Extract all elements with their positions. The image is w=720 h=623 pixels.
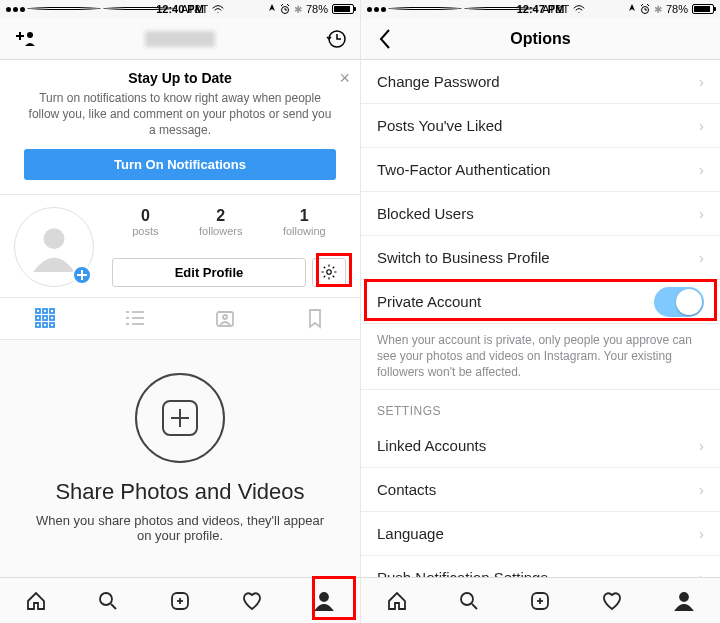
svg-rect-6 (43, 309, 47, 313)
svg-rect-5 (36, 309, 40, 313)
signal-dots-icon (367, 7, 538, 12)
stat-following[interactable]: 1 following (283, 207, 326, 237)
option-blocked-users[interactable]: Blocked Users › (361, 192, 720, 236)
svg-point-29 (461, 593, 473, 605)
empty-state-icon (135, 373, 225, 463)
empty-state: Share Photos and Videos When you share p… (0, 340, 360, 577)
svg-rect-10 (50, 316, 54, 320)
svg-rect-11 (36, 323, 40, 327)
option-two-factor[interactable]: Two-Factor Authentication › (361, 148, 720, 192)
gear-icon (320, 263, 338, 281)
svg-rect-13 (50, 323, 54, 327)
turn-on-notifications-button[interactable]: Turn On Notifications (24, 149, 336, 180)
option-switch-business[interactable]: Switch to Business Profile › (361, 236, 720, 280)
chevron-right-icon: › (699, 569, 704, 577)
svg-point-27 (320, 593, 328, 601)
username-label (145, 31, 215, 47)
location-icon (628, 4, 636, 14)
option-private-account[interactable]: Private Account (361, 280, 720, 324)
notification-promo: × Stay Up to Date Turn on notifications … (0, 60, 360, 195)
option-posts-liked[interactable]: Posts You've Liked › (361, 104, 720, 148)
battery-icon (332, 4, 354, 14)
tab-activity[interactable] (576, 578, 648, 623)
chevron-left-icon (378, 28, 392, 50)
private-account-description: When your account is private, only peopl… (361, 324, 720, 390)
svg-rect-8 (36, 316, 40, 320)
status-bar: AT&T 12:47 PM ✱ 78% (361, 0, 720, 18)
option-contacts[interactable]: Contacts › (361, 468, 720, 512)
tab-search[interactable] (433, 578, 505, 623)
tab-activity[interactable] (216, 578, 288, 623)
chevron-right-icon: › (699, 73, 704, 90)
option-linked-accounts[interactable]: Linked Accounts › (361, 424, 720, 468)
options-list[interactable]: Change Password › Posts You've Liked › T… (361, 60, 720, 577)
profile-view-tabs (0, 298, 360, 340)
profile-header: 0 posts 2 followers 1 following Edit Pro… (0, 195, 360, 298)
stats-row: 0 posts 2 followers 1 following (112, 207, 346, 237)
tab-home[interactable] (361, 578, 433, 623)
option-push-notifications[interactable]: Push Notification Settings › (361, 556, 720, 577)
promo-body: Turn on notifications to know right away… (24, 90, 336, 139)
promo-title: Stay Up to Date (24, 70, 336, 86)
chevron-right-icon: › (699, 249, 704, 266)
seg-grid[interactable] (0, 298, 90, 339)
chevron-right-icon: › (699, 525, 704, 542)
svg-point-4 (327, 270, 332, 275)
battery-percent: 78% (306, 3, 328, 15)
options-screen: AT&T 12:47 PM ✱ 78% Options Change Passw… (360, 0, 720, 623)
chevron-right-icon: › (699, 481, 704, 498)
battery-icon (692, 4, 714, 14)
settings-button[interactable] (312, 258, 346, 287)
edit-profile-button[interactable]: Edit Profile (112, 258, 306, 287)
tab-add[interactable] (505, 578, 577, 623)
battery-percent: 78% (666, 3, 688, 15)
chevron-right-icon: › (699, 117, 704, 134)
chevron-right-icon: › (699, 437, 704, 454)
empty-body: When you share photos and videos, they'l… (36, 513, 324, 543)
profile-screen: AT&T 12:40 PM ✱ 78% × Stay Up to Date Tu… (0, 0, 360, 623)
svg-rect-9 (43, 316, 47, 320)
option-change-password[interactable]: Change Password › (361, 60, 720, 104)
clock: 12:40 PM (156, 3, 204, 15)
wifi-icon (573, 4, 585, 14)
seg-tagged[interactable] (180, 298, 270, 339)
bluetooth-icon: ✱ (654, 4, 662, 15)
signal-dots-icon (6, 7, 177, 12)
svg-rect-7 (50, 309, 54, 313)
tab-profile[interactable] (288, 578, 360, 623)
tab-bar (0, 577, 360, 623)
location-icon (268, 4, 276, 14)
private-account-toggle[interactable] (654, 287, 704, 317)
stat-posts[interactable]: 0 posts (132, 207, 158, 237)
discover-people-button[interactable] (10, 25, 38, 53)
clock: 12:47 PM (517, 3, 565, 15)
add-photo-icon[interactable] (72, 265, 92, 285)
chevron-right-icon: › (699, 205, 704, 222)
svg-point-1 (27, 32, 33, 38)
svg-line-23 (111, 604, 116, 609)
option-language[interactable]: Language › (361, 512, 720, 556)
status-bar: AT&T 12:40 PM ✱ 78% (0, 0, 360, 18)
empty-title: Share Photos and Videos (55, 479, 304, 505)
tab-add[interactable] (144, 578, 216, 623)
close-icon[interactable]: × (339, 68, 350, 89)
tab-search[interactable] (72, 578, 144, 623)
svg-point-34 (680, 593, 688, 601)
alarm-icon (280, 4, 290, 14)
seg-list[interactable] (90, 298, 180, 339)
svg-point-22 (100, 593, 112, 605)
profile-navbar (0, 18, 360, 60)
seg-saved[interactable] (270, 298, 360, 339)
tab-home[interactable] (0, 578, 72, 623)
archive-button[interactable] (322, 25, 350, 53)
alarm-icon (640, 4, 650, 14)
back-button[interactable] (371, 25, 399, 53)
tab-profile[interactable] (648, 578, 720, 623)
stat-followers[interactable]: 2 followers (199, 207, 242, 237)
section-header-settings: SETTINGS (361, 390, 720, 424)
options-navbar: Options (361, 18, 720, 60)
svg-rect-12 (43, 323, 47, 327)
bluetooth-icon: ✱ (294, 4, 302, 15)
svg-line-30 (472, 604, 477, 609)
chevron-right-icon: › (699, 161, 704, 178)
